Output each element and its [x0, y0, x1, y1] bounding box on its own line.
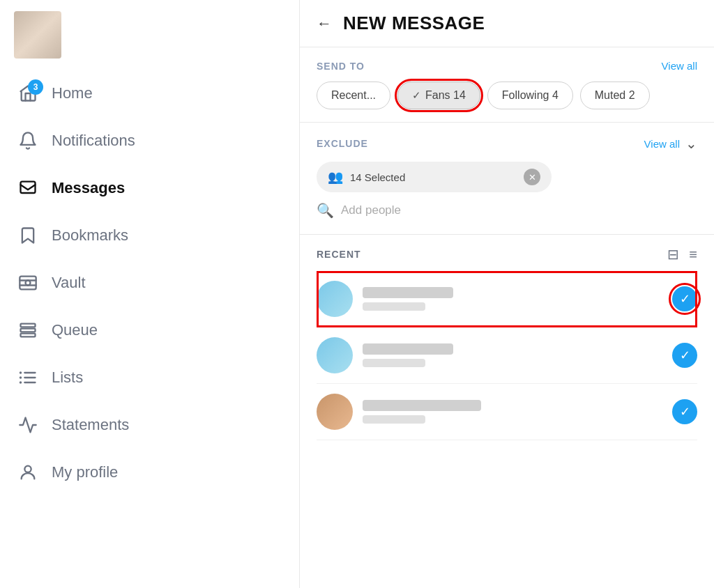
sidebar-item-bookmarks[interactable]: Bookmarks: [7, 212, 292, 259]
message-icon: [17, 177, 39, 199]
exclude-header: EXCLUDE View all ⌄: [317, 135, 697, 152]
send-to-section: SEND TO View all Recent... ✓ Fans 14 Fol…: [300, 47, 714, 123]
vault-icon: [17, 272, 39, 294]
user-name-blurred: [363, 400, 481, 411]
bell-icon: [17, 130, 39, 152]
queue-icon: [17, 319, 39, 341]
user-handle-blurred: [363, 302, 425, 311]
recent-header: RECENT ⊟ ≡: [317, 246, 697, 263]
avatar: [317, 394, 353, 430]
sidebar-item-lists-label: Lists: [52, 369, 83, 387]
sidebar-item-bookmarks-label: Bookmarks: [52, 226, 128, 245]
user-row[interactable]: ✓: [317, 327, 697, 384]
recent-label: RECENT: [317, 249, 361, 260]
selected-count: 14 Selected: [350, 171, 405, 183]
exclude-right: View all ⌄: [644, 135, 697, 152]
chip-muted[interactable]: Muted 2: [580, 82, 650, 109]
sidebar-item-messages[interactable]: Messages: [7, 164, 292, 212]
svg-rect-1: [20, 277, 36, 290]
clear-selection-button[interactable]: ✕: [524, 169, 540, 185]
chip-fans[interactable]: ✓ Fans 14: [397, 82, 480, 109]
sidebar-item-queue[interactable]: Queue: [7, 307, 292, 354]
svg-rect-4: [21, 329, 36, 332]
chip-muted-label: Muted 2: [595, 89, 635, 102]
chip-fans-check: ✓: [412, 89, 421, 102]
svg-point-9: [20, 371, 22, 374]
chevron-down-icon[interactable]: ⌄: [685, 135, 697, 152]
svg-point-10: [20, 376, 22, 379]
user-row[interactable]: ✓: [317, 384, 697, 440]
sidebar-item-notifications-label: Notifications: [52, 132, 135, 150]
user-handle-blurred: [363, 359, 425, 367]
sidebar-item-queue-label: Queue: [52, 321, 98, 339]
recent-section: RECENT ⊟ ≡ ✓ ✓: [300, 235, 714, 588]
add-people-row: 🔍 Add people: [317, 192, 697, 222]
chip-fans-label: Fans 14: [425, 89, 466, 102]
sidebar-item-notifications[interactable]: Notifications: [7, 117, 292, 164]
filter-icon[interactable]: ⊟: [667, 246, 679, 263]
main-content: ← NEW MESSAGE SEND TO View all Recent...…: [300, 0, 714, 588]
svg-point-12: [24, 466, 31, 472]
sidebar-item-vault-label: Vault: [52, 274, 86, 292]
user-info: [363, 343, 672, 367]
chip-following-label: Following 4: [502, 89, 559, 102]
chips-row: Recent... ✓ Fans 14 Following 4 Muted 2: [317, 82, 697, 109]
chip-recent[interactable]: Recent...: [317, 82, 390, 109]
search-icon: 🔍: [317, 202, 334, 219]
user-name-blurred: [363, 287, 453, 298]
sidebar-item-statements-label: Statements: [52, 416, 129, 434]
user-row[interactable]: ✓: [317, 271, 697, 327]
chip-following[interactable]: Following 4: [487, 82, 573, 109]
avatar: [317, 281, 353, 317]
avatar[interactable]: [14, 11, 61, 59]
svg-rect-3: [21, 324, 36, 327]
send-to-header: SEND TO View all: [317, 60, 697, 72]
back-button[interactable]: ←: [317, 15, 332, 33]
sidebar-item-messages-label: Messages: [52, 179, 125, 197]
exclude-section: EXCLUDE View all ⌄ 👥 14 Selected ✕ 🔍 Add…: [300, 123, 714, 235]
svg-point-11: [20, 381, 22, 384]
sidebar-item-lists[interactable]: Lists: [7, 354, 292, 401]
sidebar-item-my-profile-label: My profile: [52, 463, 118, 481]
sidebar: 3 Home Notifications Messages Bookmarks: [0, 0, 300, 588]
home-badge: 3: [28, 79, 43, 95]
bookmark-icon: [17, 224, 39, 247]
sidebar-item-vault[interactable]: Vault: [7, 259, 292, 307]
exclude-view-all[interactable]: View all: [644, 138, 680, 150]
selected-pill: 👥 14 Selected ✕: [317, 162, 552, 192]
sidebar-item-statements[interactable]: Statements: [7, 401, 292, 449]
user-info: [363, 287, 672, 311]
user-info: [363, 400, 672, 424]
add-people-placeholder[interactable]: Add people: [341, 203, 401, 217]
lists-icon: [17, 366, 39, 389]
user-check-button[interactable]: ✓: [672, 343, 697, 368]
people-icon: 👥: [328, 169, 343, 185]
recent-controls: ⊟ ≡: [667, 246, 697, 263]
exclude-label: EXCLUDE: [317, 138, 368, 149]
user-handle-blurred: [363, 415, 425, 424]
sort-icon[interactable]: ≡: [689, 247, 697, 263]
avatar: [317, 337, 353, 373]
sidebar-item-my-profile[interactable]: My profile: [7, 449, 292, 496]
statements-icon: [17, 414, 39, 436]
sidebar-nav: 3 Home Notifications Messages Bookmarks: [0, 70, 299, 496]
send-to-label: SEND TO: [317, 61, 365, 72]
user-name-blurred: [363, 343, 453, 355]
sidebar-item-home-label: Home: [52, 84, 93, 102]
new-message-header: ← NEW MESSAGE: [300, 0, 714, 47]
sidebar-item-home[interactable]: 3 Home: [7, 70, 292, 117]
send-to-view-all[interactable]: View all: [662, 60, 697, 72]
user-check-button[interactable]: ✓: [672, 286, 697, 311]
profile-icon: [17, 461, 39, 483]
page-title: NEW MESSAGE: [343, 13, 485, 34]
chip-recent-label: Recent...: [331, 89, 376, 102]
svg-rect-5: [21, 334, 36, 337]
user-check-button[interactable]: ✓: [672, 399, 697, 424]
